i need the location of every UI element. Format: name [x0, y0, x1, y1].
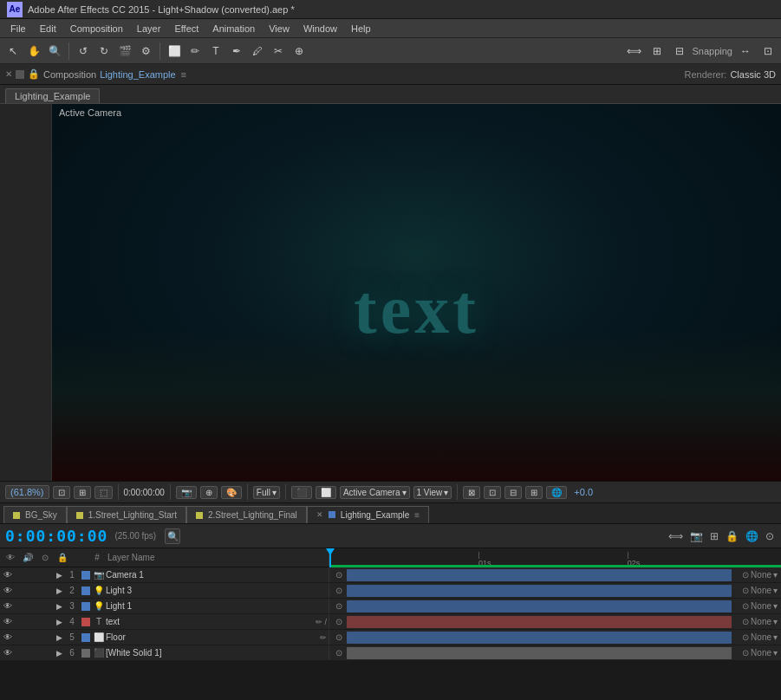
tool-pin[interactable]: ⊕	[290, 42, 309, 61]
snapping-toggle[interactable]: ↔	[736, 42, 755, 61]
tl-tab-lighting[interactable]: ✕ Lighting_Example ≡	[307, 506, 429, 523]
layer-eye-3[interactable]: 👁	[2, 601, 14, 611]
vc-sep-4	[285, 484, 286, 500]
layer-expand-1[interactable]: ▶	[54, 571, 64, 580]
snapping-label: Snapping	[693, 46, 733, 56]
flow-btn[interactable]: ⊟	[504, 486, 522, 499]
lr-parent-6[interactable]: ⊙ None ▾	[742, 648, 778, 658]
tl-tab-street2[interactable]: 2.Street_Lighting_Final	[186, 506, 307, 523]
graph-btn[interactable]: 🌐	[744, 528, 760, 544]
layer-expand-3[interactable]: ▶	[54, 602, 64, 611]
menu-composition[interactable]: Composition	[63, 22, 130, 36]
tool-clone[interactable]: 🖊	[248, 42, 267, 61]
snap-comp-btn[interactable]: ⊠	[463, 486, 480, 499]
tool-distribute[interactable]: ⊞	[648, 42, 667, 61]
lr-parent-2[interactable]: ⊙ None ▾	[742, 586, 778, 595]
layer-color-3	[81, 602, 90, 611]
tl-tab-close-lighting[interactable]: ✕	[316, 510, 323, 519]
comp-marker-btn[interactable]: ⟺	[667, 528, 685, 544]
menu-edit[interactable]: Edit	[33, 22, 63, 36]
tool-undo[interactable]: ↺	[74, 42, 93, 61]
camera-label: Active Camera	[343, 488, 400, 497]
tool-puppet[interactable]: ✂	[269, 42, 288, 61]
search-layers-btn[interactable]: 🔍	[165, 528, 180, 544]
layer-eye-2[interactable]: 👁	[2, 586, 14, 595]
menu-layer[interactable]: Layer	[130, 22, 168, 36]
tool-text[interactable]: T	[206, 42, 225, 61]
tool-redo[interactable]: ↻	[94, 42, 114, 61]
color-btn[interactable]: 🎨	[221, 486, 242, 499]
layer-row-4[interactable]: 👁 ▶ 4 T text ✏ / ⊙ ⊙ None ▾	[0, 614, 781, 630]
export-btn[interactable]: ⊞	[525, 486, 543, 499]
layer-expand-6[interactable]: ▶	[54, 649, 64, 658]
snapping-options[interactable]: ⊡	[758, 42, 778, 61]
lr-parent-arrow-6: ▾	[773, 648, 778, 658]
layer-type-icon-6: ⬛	[93, 648, 105, 658]
ae-logo: Ae	[7, 2, 23, 17]
layer-expand-5[interactable]: ▶	[54, 633, 64, 642]
tool-rect[interactable]: ⬜	[165, 42, 184, 61]
menu-animation[interactable]: Animation	[205, 22, 262, 36]
layer-eye-5[interactable]: 👁	[2, 632, 14, 642]
layer-expand-2[interactable]: ▶	[54, 587, 64, 595]
safe-zones-btn[interactable]: ⊡	[484, 486, 501, 499]
comp-menu-icon[interactable]: ≡	[181, 69, 186, 80]
layer-expand-4[interactable]: ▶	[54, 618, 64, 626]
menu-view[interactable]: View	[262, 22, 296, 36]
camera-select[interactable]: Active Camera ▾	[340, 486, 410, 499]
region-btn[interactable]: ⬛	[291, 486, 312, 499]
layer-row-3[interactable]: 👁 ▶ 3 💡 Light 1 ⊙ ⊙ None ▾	[0, 599, 781, 614]
lr-parent-4[interactable]: ⊙ None ▾	[742, 617, 778, 626]
solo-btn[interactable]: ⊞	[708, 528, 720, 544]
lr-parent-5[interactable]: ⊙ None ▾	[742, 632, 778, 642]
tool-render[interactable]: 🎬	[115, 42, 134, 61]
view-select[interactable]: 1 View ▾	[413, 486, 452, 499]
current-time[interactable]: 0:00:00:00	[5, 527, 107, 545]
playhead-marker[interactable]	[329, 548, 331, 567]
layer-eye-6[interactable]: 👁	[2, 648, 14, 658]
tool-settings[interactable]: ⚙	[136, 42, 155, 61]
menu-window[interactable]: Window	[296, 22, 344, 36]
menu-help[interactable]: Help	[344, 22, 378, 36]
menu-effect[interactable]: Effect	[167, 22, 205, 36]
tool-pen[interactable]: ✏	[185, 42, 205, 61]
viewport[interactable]: Active Camera text	[0, 104, 781, 481]
comp-tabs: Lighting_Example	[0, 85, 781, 104]
layer-eye-4[interactable]: 👁	[2, 617, 14, 626]
tl-tab-bg-sky[interactable]: BG_Sky	[3, 506, 67, 523]
value-display: +0.0	[574, 487, 593, 497]
tool-hand[interactable]: ✋	[24, 42, 43, 61]
lr-parent-3[interactable]: ⊙ None ▾	[742, 601, 778, 611]
tl-tab-street1[interactable]: 1.Street_Lighting_Start	[67, 506, 186, 523]
layer-eye-1[interactable]: 👁	[2, 570, 14, 580]
lock-all-btn[interactable]: 🔒	[724, 528, 740, 544]
layer-row-2[interactable]: 👁 ▶ 2 💡 Light 3 ⊙ ⊙ None ▾	[0, 583, 781, 599]
layer-row-1[interactable]: 👁 ▶ 1 📷 Camera 1 ⊙ ⊙ None ▾	[0, 567, 781, 583]
tool-brush[interactable]: ✒	[227, 42, 246, 61]
layer-row-6[interactable]: 👁 ▶ 6 ⬛ [White Solid 1] ⊙ ⊙ None ▾	[0, 645, 781, 661]
globe-btn[interactable]: 🌐	[546, 486, 567, 499]
tool-zoom[interactable]: 🔍	[45, 42, 64, 61]
layer-type-icon-4: T	[93, 617, 105, 626]
tool-align[interactable]: ⟺	[625, 42, 644, 61]
layer-controls-2: 👁 ▶ 2 💡 Light 3	[0, 583, 329, 598]
layer-row-5[interactable]: 👁 ▶ 5 ⬜ Floor ✏ ⊙ ⊙ None ▾	[0, 630, 781, 645]
comp-close-btn[interactable]: ✕	[5, 69, 12, 79]
region-interest-btn[interactable]: ⬚	[94, 486, 113, 499]
quality-select[interactable]: Full ▾	[253, 486, 280, 499]
lr-motion-4: ⊙	[333, 617, 345, 626]
lr-parent-1[interactable]: ⊙ None ▾	[742, 570, 778, 580]
transparency-btn[interactable]: ⬜	[316, 486, 336, 499]
3d-renderer-btn[interactable]: ⊕	[200, 486, 218, 499]
zoom-control[interactable]: (61.8%)	[5, 485, 49, 499]
camera-3d-btn[interactable]: 📷	[688, 528, 705, 544]
toggle-grid-btn[interactable]: ⊞	[74, 486, 91, 499]
camera-icon-btn[interactable]: 📷	[176, 486, 197, 499]
frame-fit-btn[interactable]: ⊡	[53, 486, 70, 499]
comp-tab-lighting[interactable]: Lighting_Example	[5, 88, 100, 103]
tool-select[interactable]: ↖	[3, 42, 23, 61]
menu-file[interactable]: File	[3, 22, 33, 36]
motion-blur-btn[interactable]: ⊙	[764, 528, 776, 544]
tl-tab-menu-lighting[interactable]: ≡	[414, 510, 420, 520]
tool-snap[interactable]: ⊟	[670, 42, 689, 61]
